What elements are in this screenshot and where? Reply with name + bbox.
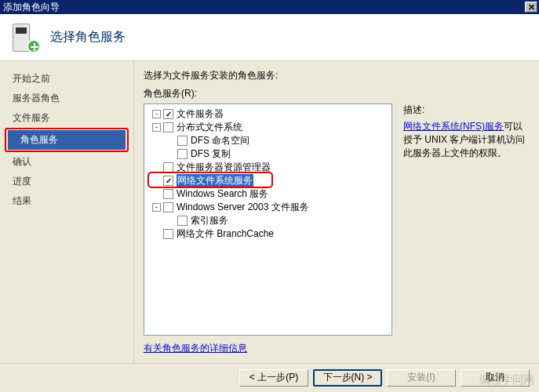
more-info-link[interactable]: 有关角色服务的详细信息 xyxy=(144,343,247,354)
tree-checkbox[interactable] xyxy=(177,136,188,146)
sidebar-item[interactable]: 开始之前 xyxy=(0,69,133,89)
tree-checkbox[interactable] xyxy=(177,149,188,159)
sidebar-highlight: 角色服务 xyxy=(5,128,129,152)
description-link[interactable]: 网络文件系统(NFS)服务 xyxy=(403,121,504,132)
tree-node[interactable]: 文件服务器资源管理器 xyxy=(146,161,390,174)
tree-checkbox[interactable] xyxy=(163,122,173,132)
content-row: -文件服务器-分布式文件系统DFS 命名空间DFS 复制文件服务器资源管理器网络… xyxy=(144,103,530,336)
tree-node-label: 分布式文件系统 xyxy=(177,121,242,134)
tree-checkbox[interactable] xyxy=(163,162,173,172)
sidebar-item[interactable]: 结果 xyxy=(0,191,133,211)
tree-checkbox[interactable] xyxy=(163,109,173,119)
tree-node[interactable]: -文件服务器 xyxy=(146,107,390,121)
sidebar-item[interactable]: 角色服务 xyxy=(8,130,126,150)
tree-node-label: 网络文件系统服务 xyxy=(177,174,253,187)
instructions-text: 选择为文件服务安装的角色服务: xyxy=(144,69,530,82)
next-button[interactable]: 下一步(N) > xyxy=(313,369,382,387)
tree-expander[interactable]: - xyxy=(152,203,161,212)
tree-node[interactable]: DFS 命名空间 xyxy=(146,134,390,147)
tree-checkbox[interactable] xyxy=(163,176,173,186)
page-title: 选择角色服务 xyxy=(50,29,126,45)
close-button[interactable]: ✕ xyxy=(525,2,537,13)
tree-node-label: DFS 命名空间 xyxy=(191,134,249,147)
sidebar-item[interactable]: 文件服务 xyxy=(0,108,133,128)
description-title: 描述: xyxy=(403,103,526,117)
wizard-sidebar: 开始之前服务器角色文件服务角色服务确认进度结果 xyxy=(0,61,133,363)
back-button[interactable]: < 上一步(P) xyxy=(239,369,308,387)
tree-checkbox[interactable] xyxy=(163,202,173,212)
tree-node-label: 文件服务器资源管理器 xyxy=(177,161,271,174)
tree-node-label: 索引服务 xyxy=(191,214,228,227)
role-services-tree[interactable]: -文件服务器-分布式文件系统DFS 命名空间DFS 复制文件服务器资源管理器网络… xyxy=(144,103,392,336)
tree-checkbox[interactable] xyxy=(163,189,173,199)
tree-checkbox[interactable] xyxy=(163,229,173,239)
more-info-row: 有关角色服务的详细信息 xyxy=(144,342,530,355)
tree-node-label: DFS 复制 xyxy=(191,147,231,161)
tree-node-label: 文件服务器 xyxy=(177,107,224,121)
tree-expander[interactable]: - xyxy=(152,110,161,118)
tree-node[interactable]: -Windows Server 2003 文件服务 xyxy=(146,201,390,214)
sidebar-item[interactable]: 进度 xyxy=(0,172,133,191)
wizard-footer: < 上一步(P) 下一步(N) > 安装(I) 取消 xyxy=(0,363,539,391)
tree-node[interactable]: 网络文件 BranchCache xyxy=(146,227,390,241)
install-button[interactable]: 安装(I) xyxy=(387,369,456,387)
main-panel: 选择为文件服务安装的角色服务: 角色服务(R): -文件服务器-分布式文件系统D… xyxy=(133,61,539,363)
tree-node-label: 网络文件 BranchCache xyxy=(177,227,274,241)
tree-node-label: Windows Search 服务 xyxy=(177,187,268,201)
cancel-button[interactable]: 取消 xyxy=(461,369,530,387)
close-icon: ✕ xyxy=(528,2,535,13)
description-text: 网络文件系统(NFS)服务可以授予 UNIX 客户端计算机访问此服务器上文件的权… xyxy=(403,120,526,159)
tree-checkbox[interactable] xyxy=(177,216,188,226)
titlebar: 添加角色向导 ✕ xyxy=(0,0,539,14)
description-pane: 描述: 网络文件系统(NFS)服务可以授予 UNIX 客户端计算机访问此服务器上… xyxy=(400,103,530,336)
tree-node[interactable]: -分布式文件系统 xyxy=(146,121,390,134)
plus-icon xyxy=(27,39,41,53)
sidebar-item[interactable]: 确认 xyxy=(0,152,133,172)
window-title: 添加角色向导 xyxy=(3,1,60,14)
tree-node[interactable]: 网络文件系统服务 xyxy=(146,174,390,187)
tree-node[interactable]: DFS 复制 xyxy=(146,147,390,161)
tree-node[interactable]: 索引服务 xyxy=(146,214,390,227)
wizard-icon xyxy=(9,22,41,53)
wizard-body: 开始之前服务器角色文件服务角色服务确认进度结果 选择为文件服务安装的角色服务: … xyxy=(0,61,539,363)
roles-label: 角色服务(R): xyxy=(144,87,530,100)
tree-node[interactable]: Windows Search 服务 xyxy=(146,187,390,201)
tree-node-label: Windows Server 2003 文件服务 xyxy=(177,201,309,214)
tree-expander[interactable]: - xyxy=(152,123,161,132)
sidebar-item[interactable]: 服务器角色 xyxy=(0,89,133,108)
wizard-header: 选择角色服务 xyxy=(0,14,539,61)
